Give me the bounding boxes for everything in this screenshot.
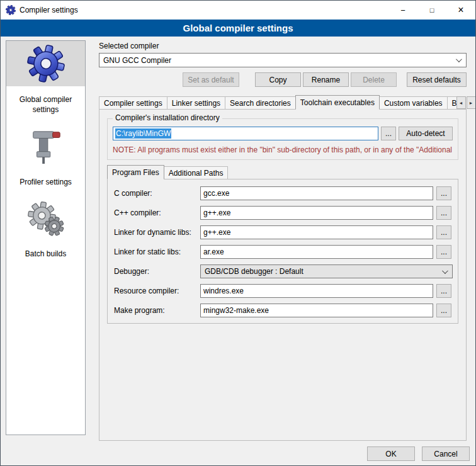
tab-linker-settings[interactable]: Linker settings bbox=[167, 96, 225, 109]
app-gear-icon bbox=[6, 5, 16, 15]
make-program-browse-button[interactable]: ... bbox=[436, 304, 451, 317]
install-dir-input[interactable]: C:\raylib\MinGW bbox=[113, 127, 378, 140]
resource-compiler-input[interactable] bbox=[200, 284, 433, 298]
dialog-footer: OK Cancel bbox=[367, 446, 470, 461]
window-controls: − □ × bbox=[388, 1, 475, 20]
tab-scroll-buttons: ◄ ► bbox=[456, 96, 476, 109]
sidebar-item-global-compiler-settings[interactable]: Global compiler settings bbox=[6, 41, 85, 125]
cpp-compiler-browse-button[interactable]: ... bbox=[436, 206, 451, 220]
rename-button[interactable]: Rename bbox=[303, 72, 349, 87]
debugger-value: GDB/CDB debugger : Default bbox=[205, 267, 303, 276]
close-button[interactable]: × bbox=[446, 1, 475, 20]
ok-button[interactable]: OK bbox=[367, 446, 415, 461]
profiler-tool-icon bbox=[28, 128, 64, 166]
compiler-actions: Set as default Copy Rename Delete Reset … bbox=[99, 72, 467, 87]
tab-search-directories[interactable]: Search directories bbox=[225, 96, 296, 109]
linker-static-browse-button[interactable]: ... bbox=[436, 245, 451, 259]
program-files-panel: C compiler: ... C++ compiler: ... Linker… bbox=[107, 179, 458, 324]
delete-button: Delete bbox=[351, 72, 397, 87]
tab-compiler-settings[interactable]: Compiler settings bbox=[99, 96, 167, 109]
set-as-default-button: Set as default bbox=[183, 72, 239, 87]
maximize-button[interactable]: □ bbox=[417, 1, 446, 20]
dialog-header: Global compiler settings bbox=[1, 20, 475, 37]
program-files-form: C compiler: ... C++ compiler: ... Linker… bbox=[114, 186, 453, 317]
cpp-compiler-label: C++ compiler: bbox=[114, 208, 197, 217]
linker-static-label: Linker for static libs: bbox=[114, 247, 197, 256]
main-panel: Selected compiler GNU GCC Compiler Set a… bbox=[93, 40, 472, 443]
tab-program-files[interactable]: Program Files bbox=[107, 165, 164, 179]
toolchain-executables-panel: Compiler's installation directory C:\ray… bbox=[99, 109, 467, 441]
tab-additional-paths[interactable]: Additional Paths bbox=[164, 166, 229, 179]
debugger-label: Debugger: bbox=[114, 267, 197, 276]
debugger-dropdown[interactable]: GDB/CDB debugger : Default bbox=[200, 264, 453, 278]
make-program-label: Make program: bbox=[114, 306, 197, 315]
selected-item-highlight bbox=[6, 41, 85, 86]
selected-compiler-value: GNU GCC Compiler bbox=[103, 56, 171, 65]
tab-custom-variables[interactable]: Custom variables bbox=[379, 96, 448, 109]
installation-directory-group: Compiler's installation directory C:\ray… bbox=[107, 118, 458, 160]
minimize-button[interactable]: − bbox=[388, 1, 417, 20]
resource-compiler-label: Resource compiler: bbox=[114, 287, 197, 295]
reset-defaults-button[interactable]: Reset defaults bbox=[407, 72, 467, 87]
sidebar-item-profiler-settings[interactable]: Profiler settings bbox=[6, 125, 85, 198]
c-compiler-input[interactable] bbox=[200, 186, 433, 200]
tab-toolchain-executables[interactable]: Toolchain executables bbox=[295, 95, 380, 109]
installation-directory-label: Compiler's installation directory bbox=[113, 113, 222, 122]
compiler-settings-window: Compiler settings − □ × Global compiler … bbox=[0, 0, 476, 466]
linker-dynamic-browse-button[interactable]: ... bbox=[436, 225, 451, 239]
sidebar-item-label: Batch builds bbox=[21, 241, 70, 270]
c-compiler-browse-button[interactable]: ... bbox=[436, 186, 451, 200]
install-dir-browse-button[interactable]: ... bbox=[381, 127, 396, 140]
linker-dynamic-label: Linker for dynamic libs: bbox=[114, 228, 197, 237]
tab-build-options-truncated[interactable]: Builc bbox=[447, 96, 457, 109]
linker-dynamic-input[interactable] bbox=[200, 225, 433, 239]
chevron-down-icon bbox=[456, 56, 462, 62]
bin-subdirectory-note: NOTE: All programs must exist either in … bbox=[113, 145, 456, 154]
category-list: Global compiler settings Profiler settin… bbox=[6, 40, 86, 435]
chevron-down-icon bbox=[442, 268, 448, 274]
auto-detect-button[interactable]: Auto-detect bbox=[399, 127, 453, 140]
make-program-input[interactable] bbox=[200, 304, 433, 317]
window-title: Compiler settings bbox=[20, 6, 78, 14]
copy-button[interactable]: Copy bbox=[255, 72, 301, 87]
titlebar: Compiler settings − □ × bbox=[1, 1, 475, 20]
sidebar-item-label: Profiler settings bbox=[16, 169, 76, 198]
installation-directory-row: C:\raylib\MinGW ... Auto-detect bbox=[113, 127, 453, 140]
cpp-compiler-input[interactable] bbox=[200, 206, 433, 220]
tab-scroll-right-icon[interactable]: ► bbox=[467, 96, 476, 109]
gray-gears-icon bbox=[27, 201, 65, 237]
sidebar-item-batch-builds[interactable]: Batch builds bbox=[6, 198, 85, 270]
resource-compiler-browse-button[interactable]: ... bbox=[436, 284, 451, 298]
program-tabstrip: Program Files Additional Paths bbox=[107, 165, 458, 179]
selected-compiler-label: Selected compiler bbox=[99, 42, 159, 50]
c-compiler-label: C compiler: bbox=[114, 189, 197, 198]
tab-scroll-left-icon[interactable]: ◄ bbox=[456, 96, 466, 109]
linker-static-input[interactable] bbox=[200, 245, 433, 259]
install-dir-selected-text: C:\raylib\MinGW bbox=[115, 128, 171, 139]
sidebar-item-label: Global compiler settings bbox=[6, 86, 85, 125]
cancel-button[interactable]: Cancel bbox=[422, 446, 470, 461]
selected-compiler-dropdown[interactable]: GNU GCC Compiler bbox=[99, 53, 467, 67]
settings-tabstrip: Compiler settings Linker settings Search… bbox=[99, 95, 467, 109]
blue-gear-icon bbox=[26, 44, 65, 83]
